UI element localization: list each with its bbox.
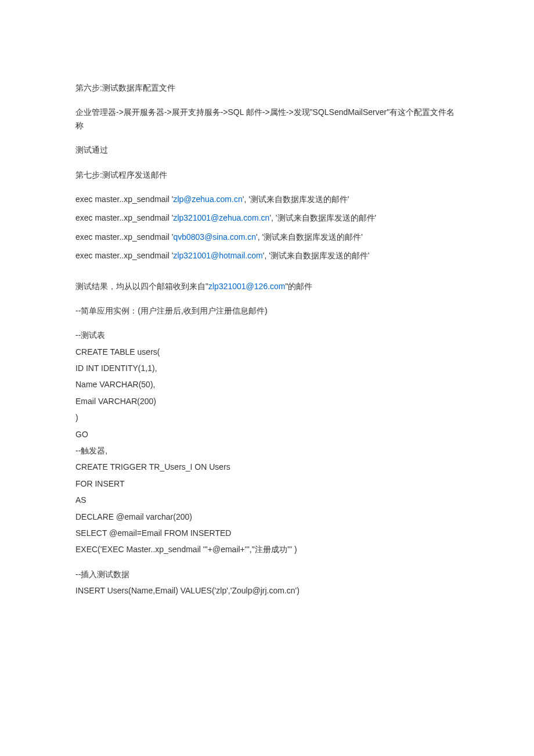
email-link[interactable]: zlp321001@hotmail.com [173, 251, 262, 260]
exec-line-1: exec master..xp_sendmail 'zlp321001@zehu… [75, 211, 459, 224]
exec-prefix: exec master..xp_sendmail ' [75, 251, 173, 260]
usage-example: --简单应用实例：(用户注册后,收到用户注册信息邮件) [75, 304, 459, 317]
exec-suffix: ', '测试来自数据库发送的邮件' [243, 195, 349, 204]
exec-line-2: exec master..xp_sendmail 'qvb0803@sina.c… [75, 231, 459, 243]
sql-block: --测试表 CREATE TABLE users( ID INT IDENTIT… [75, 329, 459, 556]
sql-create-table-line: CREATE TABLE users( [75, 345, 459, 358]
sql-create-trigger-line: SELECT @email=Email FROM INSERTED [75, 527, 459, 539]
test-result-suffix: "的邮件 [286, 282, 313, 291]
email-link[interactable]: zlp321001@zehua.com.cn [173, 213, 269, 222]
email-link[interactable]: zlp321001@126.com [208, 282, 286, 291]
exec-prefix: exec master..xp_sendmail ' [75, 232, 173, 242]
step6-heading: 第六步:测试数据库配置文件 [75, 81, 459, 94]
step6-result: 测试通过 [75, 143, 459, 156]
exec-suffix: ', '测试来自数据库发送的邮件' [256, 232, 363, 242]
sql-create-table-line: Name VARCHAR(50), [75, 378, 459, 391]
sql-insert-line: INSERT Users(Name,Email) VALUES('zlp','Z… [75, 584, 459, 597]
test-result-line: 测试结果，均从以四个邮箱收到来自"zlp321001@126.com"的邮件 [75, 280, 459, 293]
sql-comment-trigger: --触发器, [75, 444, 459, 457]
sql-create-trigger-line: AS [75, 494, 459, 506]
email-link[interactable]: qvb0803@sina.com.cn [173, 232, 256, 242]
exec-prefix: exec master..xp_sendmail ' [75, 213, 173, 222]
document-page: 第六步:测试数据库配置文件 企业管理器->展开服务器->展开支持服务->SQL … [0, 0, 534, 659]
sql-create-trigger-line: EXEC('EXEC Master..xp_sendmail '''+@emai… [75, 543, 459, 556]
sql-create-table-line: GO [75, 428, 459, 441]
exec-prefix: exec master..xp_sendmail ' [75, 195, 173, 204]
exec-block: exec master..xp_sendmail 'zlp@zehua.com.… [75, 193, 459, 262]
exec-suffix: ', '测试来自数据库发送的邮件' [269, 213, 376, 222]
sql-create-trigger-line: DECLARE @email varchar(200) [75, 510, 459, 523]
step6-path: 企业管理器->展开服务器->展开支持服务->SQL 邮件->属性->发现"SQL… [75, 106, 459, 132]
sql-create-table-line: ID INT IDENTITY(1,1), [75, 362, 459, 375]
exec-suffix: ', '测试来自数据库发送的邮件' [263, 251, 370, 260]
sql-comment-insert: --插入测试数据 [75, 568, 459, 581]
exec-line-0: exec master..xp_sendmail 'zlp@zehua.com.… [75, 193, 459, 206]
sql-comment-test-table: --测试表 [75, 329, 459, 341]
test-result-prefix: 测试结果，均从以四个邮箱收到来自" [75, 282, 208, 291]
sql-insert-block: --插入测试数据 INSERT Users(Name,Email) VALUES… [75, 568, 459, 597]
sql-create-trigger-line: FOR INSERT [75, 477, 459, 490]
email-link[interactable]: zlp@zehua.com.cn [173, 195, 242, 204]
sql-create-table-line: ) [75, 411, 459, 424]
sql-create-trigger-line: CREATE TRIGGER TR_Users_I ON Users [75, 460, 459, 473]
step7-heading: 第七步:测试程序发送邮件 [75, 168, 459, 181]
sql-create-table-line: Email VARCHAR(200) [75, 395, 459, 408]
exec-line-3: exec master..xp_sendmail 'zlp321001@hotm… [75, 249, 459, 262]
